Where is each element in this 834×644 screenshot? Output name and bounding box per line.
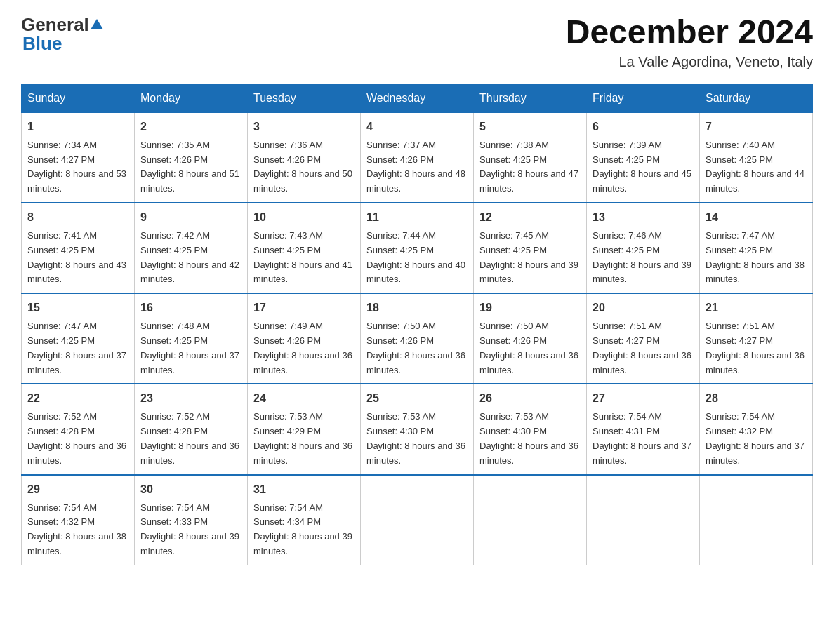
calendar-cell: 29 Sunrise: 7:54 AM Sunset: 4:32 PM Dayl… <box>22 475 135 565</box>
sunrise-label: Sunrise: 7:44 AM <box>366 230 436 241</box>
day-number: 2 <box>140 119 241 135</box>
calendar-cell: 13 Sunrise: 7:46 AM Sunset: 4:25 PM Dayl… <box>587 203 700 293</box>
calendar-cell: 17 Sunrise: 7:49 AM Sunset: 4:26 PM Dayl… <box>248 293 361 384</box>
calendar-cell: 27 Sunrise: 7:54 AM Sunset: 4:31 PM Dayl… <box>587 384 700 474</box>
day-number: 1 <box>27 119 128 135</box>
daylight-label: Daylight: 8 hours and 36 minutes. <box>593 350 691 375</box>
sunset-label: Sunset: 4:25 PM <box>253 245 321 255</box>
day-number: 21 <box>706 300 807 316</box>
sunrise-label: Sunrise: 7:48 AM <box>140 321 210 331</box>
calendar-cell: 16 Sunrise: 7:48 AM Sunset: 4:25 PM Dayl… <box>135 293 248 384</box>
daylight-label: Daylight: 8 hours and 44 minutes. <box>706 168 805 194</box>
daylight-label: Daylight: 8 hours and 36 minutes. <box>253 441 352 466</box>
day-info: Sunrise: 7:51 AM Sunset: 4:27 PM Dayligh… <box>706 319 807 377</box>
daylight-label: Daylight: 8 hours and 36 minutes. <box>479 441 578 466</box>
sunrise-label: Sunrise: 7:42 AM <box>140 230 210 241</box>
calendar-cell: 10 Sunrise: 7:43 AM Sunset: 4:25 PM Dayl… <box>248 203 361 293</box>
day-number: 5 <box>479 119 581 135</box>
sunset-label: Sunset: 4:25 PM <box>366 245 434 255</box>
sunset-label: Sunset: 4:27 PM <box>27 154 95 165</box>
sunset-label: Sunset: 4:25 PM <box>479 154 547 165</box>
sunrise-label: Sunrise: 7:43 AM <box>253 230 323 241</box>
day-number: 17 <box>253 300 355 316</box>
sunrise-label: Sunrise: 7:37 AM <box>366 140 436 150</box>
sunrise-label: Sunrise: 7:49 AM <box>253 321 323 331</box>
sunset-label: Sunset: 4:26 PM <box>253 154 321 165</box>
sunrise-label: Sunrise: 7:50 AM <box>479 321 549 331</box>
day-info: Sunrise: 7:50 AM Sunset: 4:26 PM Dayligh… <box>479 319 581 377</box>
calendar-cell: 21 Sunrise: 7:51 AM Sunset: 4:27 PM Dayl… <box>700 293 813 384</box>
daylight-label: Daylight: 8 hours and 53 minutes. <box>27 168 126 194</box>
daylight-label: Daylight: 8 hours and 43 minutes. <box>27 260 126 285</box>
day-info: Sunrise: 7:43 AM Sunset: 4:25 PM Dayligh… <box>253 229 355 287</box>
day-number: 3 <box>253 119 355 135</box>
daylight-label: Daylight: 8 hours and 39 minutes. <box>593 260 691 285</box>
logo-blue-text: Blue <box>22 33 62 55</box>
calendar-cell: 12 Sunrise: 7:45 AM Sunset: 4:25 PM Dayl… <box>474 203 587 293</box>
daylight-label: Daylight: 8 hours and 36 minutes. <box>366 441 465 466</box>
location-subtitle: La Valle Agordina, Veneto, Italy <box>566 54 813 70</box>
logo-triangle-icon <box>91 19 103 29</box>
sunset-label: Sunset: 4:29 PM <box>253 426 321 436</box>
sunset-label: Sunset: 4:25 PM <box>593 154 660 165</box>
calendar-cell: 3 Sunrise: 7:36 AM Sunset: 4:26 PM Dayli… <box>248 112 361 203</box>
sunrise-label: Sunrise: 7:54 AM <box>593 411 662 422</box>
calendar-cell: 8 Sunrise: 7:41 AM Sunset: 4:25 PM Dayli… <box>22 203 135 293</box>
sunset-label: Sunset: 4:27 PM <box>593 335 660 346</box>
col-wednesday: Wednesday <box>361 84 474 112</box>
calendar-cell: 11 Sunrise: 7:44 AM Sunset: 4:25 PM Dayl… <box>361 203 474 293</box>
day-info: Sunrise: 7:54 AM Sunset: 4:32 PM Dayligh… <box>27 501 128 559</box>
day-info: Sunrise: 7:53 AM Sunset: 4:30 PM Dayligh… <box>479 410 581 468</box>
day-info: Sunrise: 7:44 AM Sunset: 4:25 PM Dayligh… <box>366 229 468 287</box>
sunset-label: Sunset: 4:25 PM <box>27 335 95 346</box>
day-info: Sunrise: 7:45 AM Sunset: 4:25 PM Dayligh… <box>479 229 581 287</box>
day-info: Sunrise: 7:52 AM Sunset: 4:28 PM Dayligh… <box>140 410 241 468</box>
day-info: Sunrise: 7:48 AM Sunset: 4:25 PM Dayligh… <box>140 319 241 377</box>
day-info: Sunrise: 7:49 AM Sunset: 4:26 PM Dayligh… <box>253 319 355 377</box>
sunrise-label: Sunrise: 7:52 AM <box>140 411 210 422</box>
col-saturday: Saturday <box>700 84 813 112</box>
sunrise-label: Sunrise: 7:54 AM <box>253 502 323 513</box>
sunrise-label: Sunrise: 7:47 AM <box>706 230 775 241</box>
calendar-cell: 9 Sunrise: 7:42 AM Sunset: 4:25 PM Dayli… <box>135 203 248 293</box>
day-number: 14 <box>706 209 807 226</box>
day-info: Sunrise: 7:35 AM Sunset: 4:26 PM Dayligh… <box>140 138 241 196</box>
sunrise-label: Sunrise: 7:52 AM <box>27 411 97 422</box>
sunset-label: Sunset: 4:25 PM <box>593 245 660 255</box>
col-tuesday: Tuesday <box>248 84 361 112</box>
day-number: 30 <box>140 481 241 498</box>
calendar-cell: 23 Sunrise: 7:52 AM Sunset: 4:28 PM Dayl… <box>135 384 248 474</box>
daylight-label: Daylight: 8 hours and 48 minutes. <box>366 168 465 194</box>
day-info: Sunrise: 7:47 AM Sunset: 4:25 PM Dayligh… <box>706 229 807 287</box>
sunrise-label: Sunrise: 7:53 AM <box>253 411 323 422</box>
day-info: Sunrise: 7:38 AM Sunset: 4:25 PM Dayligh… <box>479 138 581 196</box>
day-info: Sunrise: 7:46 AM Sunset: 4:25 PM Dayligh… <box>593 229 694 287</box>
sunset-label: Sunset: 4:30 PM <box>479 426 547 436</box>
sunrise-label: Sunrise: 7:54 AM <box>140 502 210 513</box>
sunset-label: Sunset: 4:33 PM <box>140 516 208 527</box>
calendar-cell: 24 Sunrise: 7:53 AM Sunset: 4:29 PM Dayl… <box>248 384 361 474</box>
sunset-label: Sunset: 4:26 PM <box>366 154 434 165</box>
calendar-week-row-4: 22 Sunrise: 7:52 AM Sunset: 4:28 PM Dayl… <box>22 384 813 474</box>
day-number: 8 <box>27 209 128 226</box>
month-title: December 2024 <box>566 14 813 51</box>
sunrise-label: Sunrise: 7:53 AM <box>479 411 549 422</box>
day-number: 4 <box>366 119 468 135</box>
day-number: 31 <box>253 481 355 498</box>
sunrise-label: Sunrise: 7:54 AM <box>27 502 97 513</box>
sunset-label: Sunset: 4:26 PM <box>479 335 547 346</box>
daylight-label: Daylight: 8 hours and 41 minutes. <box>253 260 352 285</box>
calendar-cell: 4 Sunrise: 7:37 AM Sunset: 4:26 PM Dayli… <box>361 112 474 203</box>
calendar-cell: 30 Sunrise: 7:54 AM Sunset: 4:33 PM Dayl… <box>135 475 248 565</box>
sunset-label: Sunset: 4:25 PM <box>706 245 773 255</box>
sunset-label: Sunset: 4:32 PM <box>706 426 773 436</box>
page-header: G eneral Blue December 2024 La Valle Ago… <box>21 14 813 70</box>
calendar-cell: 28 Sunrise: 7:54 AM Sunset: 4:32 PM Dayl… <box>700 384 813 474</box>
daylight-label: Daylight: 8 hours and 36 minutes. <box>366 350 465 375</box>
day-info: Sunrise: 7:53 AM Sunset: 4:30 PM Dayligh… <box>366 410 468 468</box>
sunrise-label: Sunrise: 7:54 AM <box>706 411 775 422</box>
calendar-cell: 14 Sunrise: 7:47 AM Sunset: 4:25 PM Dayl… <box>700 203 813 293</box>
calendar-header-row: Sunday Monday Tuesday Wednesday Thursday… <box>22 84 813 112</box>
day-info: Sunrise: 7:54 AM Sunset: 4:33 PM Dayligh… <box>140 501 241 559</box>
calendar-cell: 22 Sunrise: 7:52 AM Sunset: 4:28 PM Dayl… <box>22 384 135 474</box>
